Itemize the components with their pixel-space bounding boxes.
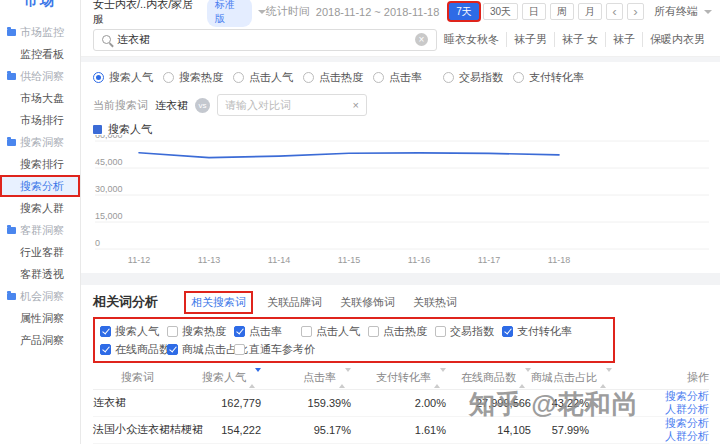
date-range-button[interactable]: 日: [522, 3, 546, 20]
hot-word-link[interactable]: 袜子男: [506, 32, 554, 47]
crowd-analysis-link[interactable]: 人群分析: [589, 430, 709, 443]
folder-icon: [7, 227, 16, 234]
sidebar-item[interactable]: 机会洞察: [0, 285, 80, 307]
metric-checkbox[interactable]: 点击热度: [368, 324, 435, 339]
column-label: 在线商品数: [461, 371, 516, 383]
date-range-button[interactable]: 7天: [449, 3, 479, 20]
metric-checkbox[interactable]: 搜索人气: [100, 324, 167, 339]
search-input[interactable]: [117, 34, 409, 46]
clear-search-icon[interactable]: ×: [415, 33, 428, 46]
metric-checkbox[interactable]: 在线商品数: [100, 342, 167, 357]
sort-icon[interactable]: [249, 372, 261, 384]
metric-checkbox[interactable]: 直通车参考价: [234, 342, 301, 357]
sidebar-item[interactable]: 属性洞察: [0, 307, 80, 329]
sidebar-item-label: 客群透视: [20, 268, 64, 280]
metric-radio[interactable]: 搜索人气: [93, 70, 163, 85]
sidebar-item[interactable]: 市场监控: [0, 21, 80, 43]
sidebar-item[interactable]: 供给洞察: [0, 65, 80, 87]
click-rate-cell: 159.39%: [261, 389, 351, 416]
metric-checkbox[interactable]: 支付转化率: [502, 324, 569, 339]
metric-radio[interactable]: 点击率: [373, 70, 443, 85]
related-words-tab[interactable]: 关联热词: [413, 295, 457, 310]
table-row: 法国小众连衣裙桔梗裙 154,222 95.17% 1.61% 14,105 5…: [93, 416, 709, 443]
hot-word-link[interactable]: 保暖内衣男: [642, 32, 712, 47]
pay-conversion-cell: 2.00%: [351, 389, 446, 416]
sort-icon[interactable]: [600, 372, 612, 384]
sidebar-item[interactable]: 市场大盘: [0, 87, 80, 109]
mall-click-share-cell: 57.99%: [531, 416, 589, 443]
table-column-header[interactable]: 搜索词: [93, 367, 154, 389]
related-words-title: 相关词分析: [93, 293, 158, 311]
prev-arrow-button[interactable]: ‹: [606, 3, 623, 20]
sort-icon[interactable]: [519, 372, 531, 384]
table-column-header[interactable]: 支付转化率: [351, 367, 446, 389]
online-products-cell: 27,999,566: [446, 389, 531, 416]
metric-checkbox[interactable]: 点击人气: [301, 324, 368, 339]
terminal-dropdown[interactable]: 所有终端: [654, 4, 712, 19]
sidebar-item-label: 搜索分析: [20, 180, 64, 192]
table-column-header[interactable]: 商城点击占比: [531, 367, 589, 389]
sort-icon[interactable]: [339, 372, 351, 384]
sidebar-item[interactable]: 行业客群: [0, 241, 80, 263]
sidebar-item[interactable]: 搜索人群: [0, 197, 80, 219]
sidebar-item[interactable]: 市场排行: [0, 109, 80, 131]
svg-text:60,000: 60,000: [95, 135, 123, 140]
metric-radio[interactable]: 点击人气: [233, 70, 303, 85]
radio-icon: [303, 72, 314, 83]
metric-checkbox[interactable]: 商城点击占比: [167, 342, 234, 357]
sidebar-item[interactable]: 产品洞察: [0, 329, 80, 351]
filter-row-1: 搜索人气 搜索热度 点击率: [100, 322, 613, 340]
sort-icon[interactable]: [434, 372, 446, 384]
sidebar-item[interactable]: 监控看板: [0, 43, 80, 65]
related-words-tab[interactable]: 关联品牌词: [267, 295, 322, 310]
sidebar-item[interactable]: 客群透视: [0, 263, 80, 285]
metric-checkbox[interactable]: 交易指数: [435, 324, 502, 339]
hot-word-link[interactable]: 袜子: [605, 32, 642, 47]
metric-checkbox[interactable]: 点击率: [234, 324, 301, 339]
breadcrumb[interactable]: 女士内衣/..内衣/家居服: [93, 0, 201, 27]
compare-word-input[interactable]: [225, 99, 353, 111]
checkbox-icon: [301, 326, 312, 337]
sidebar-item[interactable]: 搜索洞察: [0, 131, 80, 153]
sidebar-item[interactable]: 搜索排行: [0, 153, 80, 175]
table-column-header[interactable]: 点击率: [261, 367, 351, 389]
hot-word-link[interactable]: 睡衣女秋冬: [437, 32, 506, 47]
terminal-dropdown-label: 所有终端: [654, 4, 698, 19]
date-range-button[interactable]: 30天: [483, 3, 518, 20]
sidebar-root-title: 市场: [0, 0, 80, 11]
sidebar: 市场 市场监控 监控看板 供给洞察: [0, 0, 81, 444]
related-words-tab[interactable]: 相关搜索词: [184, 291, 253, 314]
table-row: 连衣裙 162,779 159.39% 2.00% 27,999,566 43.…: [93, 389, 709, 416]
svg-text:11-15: 11-15: [338, 255, 360, 265]
hot-word-link[interactable]: 袜子 女: [554, 32, 605, 47]
next-arrow-button[interactable]: ›: [627, 3, 644, 20]
sidebar-item-label: 搜索人群: [20, 202, 64, 214]
date-range-button[interactable]: 周: [550, 3, 574, 20]
metric-radio[interactable]: 交易指数: [443, 70, 513, 85]
search-analysis-link[interactable]: 搜索分析: [589, 417, 709, 430]
mall-click-share-cell: 43.22%: [531, 389, 589, 416]
table-column-header[interactable]: 搜索人气: [154, 367, 261, 389]
search-analysis-link[interactable]: 搜索分析: [589, 390, 709, 403]
app-window: 市场 市场监控 监控看板 供给洞察: [0, 0, 720, 444]
checkbox-icon: [368, 326, 379, 337]
clear-compare-icon[interactable]: ×: [353, 99, 359, 111]
table-column-header[interactable]: 在线商品数: [446, 367, 531, 389]
sidebar-item[interactable]: 客群洞察: [0, 219, 80, 241]
related-words-tab[interactable]: 关联修饰词: [340, 295, 395, 310]
sidebar-item-label: 机会洞察: [20, 290, 64, 302]
sidebar-item[interactable]: 搜索分析: [0, 175, 80, 197]
date-range-button[interactable]: 月: [578, 3, 602, 20]
chevron-down-icon[interactable]: [258, 10, 266, 18]
compare-input-box[interactable]: ×: [217, 94, 367, 116]
metric-radio[interactable]: 点击热度: [303, 70, 373, 85]
top-bar: 女士内衣/..内衣/家居服 标准版 统计时间 2018-11-12 ~ 2018…: [81, 0, 720, 23]
chart-legend: 搜索人气: [93, 124, 709, 135]
sidebar-item-label: 监控看板: [20, 48, 64, 60]
stats-time-label: 统计时间: [266, 4, 310, 19]
metric-radio[interactable]: 支付转化率: [513, 70, 583, 85]
keyword-search-box[interactable]: ×: [93, 29, 437, 51]
metric-radio[interactable]: 搜索热度: [163, 70, 233, 85]
crowd-analysis-link[interactable]: 人群分析: [589, 403, 709, 416]
metric-checkbox[interactable]: 搜索热度: [167, 324, 234, 339]
